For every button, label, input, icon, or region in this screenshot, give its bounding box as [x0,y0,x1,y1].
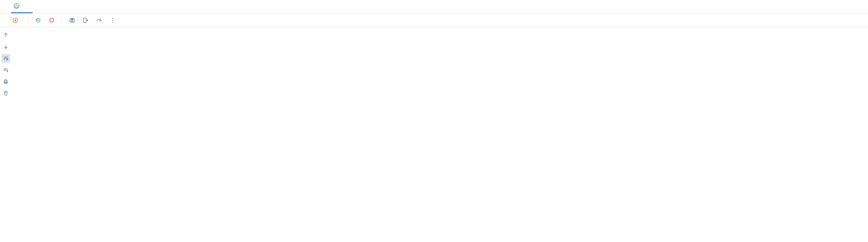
arrow-down-icon[interactable] [2,42,10,51]
body [0,27,868,242]
svg-rect-13 [5,82,7,84]
toolbar [0,13,868,27]
gauge-icon[interactable] [96,17,102,24]
separator [62,17,62,24]
run-tool-window [0,0,868,242]
stop-button[interactable] [48,17,55,24]
run-tab[interactable] [11,0,33,13]
soft-wrap-icon[interactable] [2,54,10,63]
svg-point-5 [71,20,73,21]
svg-point-2 [15,19,16,21]
svg-point-8 [113,18,113,19]
spring-boot-icon [13,3,20,10]
exit-icon[interactable] [82,17,89,24]
print-icon[interactable] [2,78,10,86]
svg-point-10 [113,22,113,23]
gutter [0,27,12,242]
arrow-up-icon[interactable] [2,31,10,39]
svg-rect-12 [5,80,7,81]
screenshot-icon[interactable] [69,17,75,24]
separator [28,17,28,24]
svg-point-9 [113,20,113,21]
rerun-button[interactable] [35,17,41,24]
svg-rect-7 [84,18,86,23]
tab-bar [0,0,868,13]
actuator-tab[interactable] [12,17,21,23]
trash-icon[interactable] [2,89,10,98]
scroll-to-end-icon[interactable] [2,66,10,74]
console-output[interactable] [12,27,868,242]
more-icon[interactable] [110,17,116,24]
svg-rect-3 [50,19,54,22]
